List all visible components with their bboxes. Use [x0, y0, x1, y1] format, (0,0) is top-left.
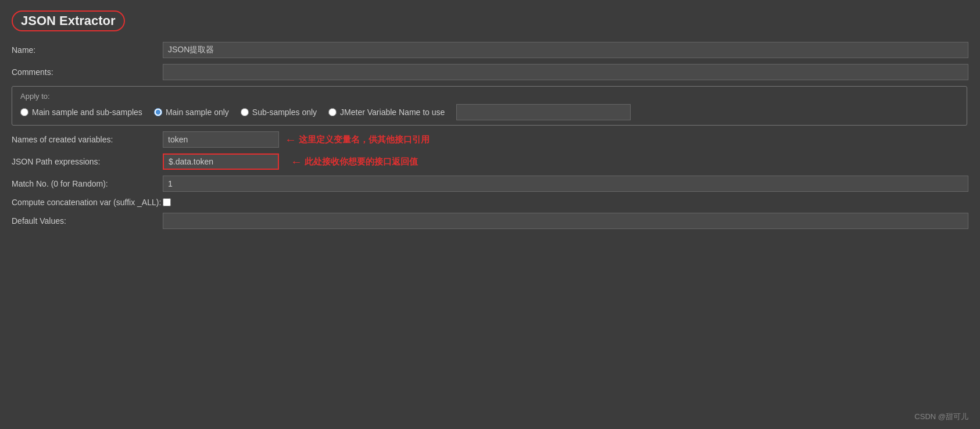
radio-jmeter-var-label: JMeter Variable Name to use [340, 108, 445, 117]
default-values-input[interactable] [163, 213, 968, 229]
default-values-label: Default Values: [12, 216, 163, 226]
comments-label: Comments: [12, 67, 163, 77]
json-path-annotation-area: ← 此处接收你想要的接口返回值 [291, 155, 418, 169]
name-input[interactable] [163, 42, 968, 58]
name-row: Name: [12, 42, 968, 58]
match-no-label: Match No. (0 for Random): [12, 179, 163, 188]
json-path-annotation-text: 此处接收你想要的接口返回值 [305, 156, 418, 167]
comments-input[interactable] [163, 64, 968, 80]
apply-to-options: Main sample and sub-samples Main sample … [20, 104, 958, 120]
radio-main-and-sub-label: Main sample and sub-samples [32, 108, 142, 117]
compute-checkbox[interactable] [163, 198, 171, 206]
radio-sub-only-label: Sub-samples only [252, 108, 317, 117]
json-path-row: JSON Path expressions: ← 此处接收你想要的接口返回值 [12, 153, 968, 170]
variables-row: Names of created variables: ← 这里定义变量名，供其… [12, 131, 968, 148]
radio-jmeter-var-input[interactable] [328, 108, 337, 116]
json-path-input[interactable] [163, 153, 279, 170]
variables-annotation-area: ← 这里定义变量名，供其他接口引用 [285, 133, 430, 146]
compute-row: Compute concatenation var (suffix _ALL): [12, 198, 968, 207]
variables-input-area: ← 这里定义变量名，供其他接口引用 [163, 131, 968, 148]
json-path-label: JSON Path expressions: [12, 157, 163, 166]
radio-jmeter-var[interactable]: JMeter Variable Name to use [328, 108, 445, 117]
compute-label: Compute concatenation var (suffix _ALL): [12, 198, 163, 207]
apply-to-section: Apply to: Main sample and sub-samples Ma… [12, 86, 968, 126]
radio-sub-only[interactable]: Sub-samples only [241, 108, 317, 117]
variables-label: Names of created variables: [12, 135, 163, 144]
radio-main-only-label: Main sample only [166, 108, 229, 117]
default-values-row: Default Values: [12, 213, 968, 229]
apply-to-label: Apply to: [20, 92, 50, 101]
json-path-input-area: ← 此处接收你想要的接口返回值 [163, 153, 968, 170]
radio-sub-only-input[interactable] [241, 108, 249, 116]
radio-main-only[interactable]: Main sample only [154, 108, 229, 117]
page-title: JSON Extractor [12, 10, 125, 31]
variables-input[interactable] [163, 131, 279, 148]
watermark: CSDN @甜可儿 [914, 412, 968, 422]
comments-row: Comments: [12, 64, 968, 80]
json-path-arrow-icon: ← [291, 155, 302, 169]
radio-main-only-input[interactable] [154, 108, 162, 116]
variables-annotation-text: 这里定义变量名，供其他接口引用 [299, 134, 430, 145]
name-label: Name: [12, 45, 163, 55]
jmeter-var-name-input[interactable] [456, 104, 631, 120]
match-no-row: Match No. (0 for Random): [12, 176, 968, 192]
variables-arrow-icon: ← [285, 133, 296, 146]
match-no-input[interactable] [163, 176, 968, 192]
radio-main-and-sub[interactable]: Main sample and sub-samples [20, 108, 142, 117]
radio-main-and-sub-input[interactable] [20, 108, 28, 116]
